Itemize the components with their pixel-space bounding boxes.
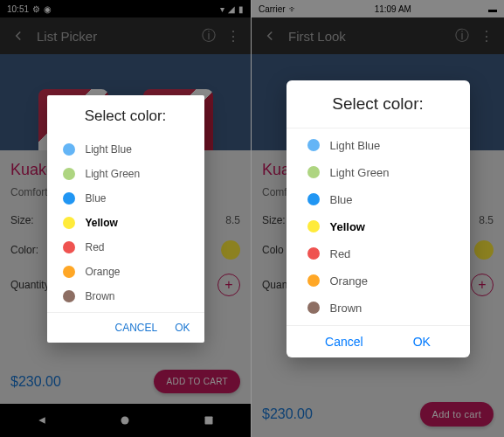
color-dot-icon (63, 143, 75, 156)
color-option-label: Light Blue (86, 143, 132, 156)
dialog-title: Select color: (47, 95, 204, 134)
ok-button[interactable]: OK (175, 322, 190, 334)
color-option-label: Orange (86, 266, 121, 278)
color-option-blue[interactable]: Blue (47, 186, 204, 211)
color-dot-icon (63, 192, 75, 205)
color-dot-icon (63, 266, 75, 278)
color-dot-icon (63, 168, 75, 180)
color-picker-dialog: Select color: Light BlueLight GreenBlueY… (287, 80, 470, 357)
color-option-label: Yellow (330, 220, 365, 233)
cancel-button[interactable]: Cancel (325, 335, 363, 349)
color-option-label: Blue (330, 193, 353, 206)
modal-scrim[interactable]: Select color: Light BlueLight GreenBlueY… (252, 0, 504, 437)
color-option-label: Light Blue (330, 139, 381, 152)
color-option-brown[interactable]: Brown (287, 295, 470, 322)
color-option-red[interactable]: Red (47, 235, 204, 260)
color-option-yellow[interactable]: Yellow (287, 213, 470, 240)
dialog-title: Select color: (287, 80, 470, 128)
ios-device: Carrier ᯤ 11:09 AM ▬ First Look ⓘ ⋮ Kual… (252, 0, 504, 437)
modal-scrim[interactable]: Select color: Light BlueLight GreenBlueY… (0, 0, 251, 437)
dialog-actions: Cancel OK (287, 325, 470, 357)
color-dot-icon (307, 139, 320, 151)
color-dot-icon (63, 241, 75, 253)
color-option-label: Orange (330, 274, 368, 288)
color-option-orange[interactable]: Orange (47, 260, 204, 284)
color-option-label: Blue (86, 192, 107, 205)
color-option-yellow[interactable]: Yellow (47, 211, 204, 235)
color-option-label: Light Green (86, 168, 141, 180)
color-option-label: Light Green (330, 166, 390, 179)
color-dot-icon (307, 220, 320, 232)
color-dot-icon (307, 274, 320, 287)
color-dot-icon (307, 302, 320, 314)
color-option-label: Yellow (86, 217, 118, 229)
color-dot-icon (307, 166, 320, 178)
android-device: 10:51 ⚙ ◉ ▾ ◢ ▮ List Picker ⓘ ⋮ Kuako Co… (0, 0, 252, 437)
color-dot-icon (307, 247, 320, 260)
color-option-label: Brown (330, 302, 362, 315)
cancel-button[interactable]: CANCEL (114, 322, 157, 334)
color-dot-icon (307, 193, 320, 205)
color-option-orange[interactable]: Orange (287, 267, 470, 295)
color-option-blue[interactable]: Blue (287, 186, 470, 213)
color-option-red[interactable]: Red (287, 240, 470, 267)
color-option-label: Brown (86, 290, 115, 302)
ok-button[interactable]: OK (413, 335, 431, 349)
color-dot-icon (63, 290, 75, 302)
dialog-actions: CANCEL OK (47, 312, 204, 343)
option-list-android: Light BlueLight GreenBlueYellowRedOrange… (47, 134, 204, 312)
color-picker-dialog: Select color: Light BlueLight GreenBlueY… (47, 95, 204, 343)
color-option-light-blue[interactable]: Light Blue (47, 137, 204, 162)
color-option-brown[interactable]: Brown (47, 284, 204, 309)
color-option-label: Red (86, 241, 105, 253)
color-option-light-blue[interactable]: Light Blue (287, 132, 470, 159)
color-option-light-green[interactable]: Light Green (287, 159, 470, 186)
color-option-label: Red (330, 247, 351, 260)
color-option-light-green[interactable]: Light Green (47, 162, 204, 186)
color-dot-icon (63, 217, 75, 229)
option-list-ios: Light BlueLight GreenBlueYellowRedOrange… (287, 128, 470, 325)
